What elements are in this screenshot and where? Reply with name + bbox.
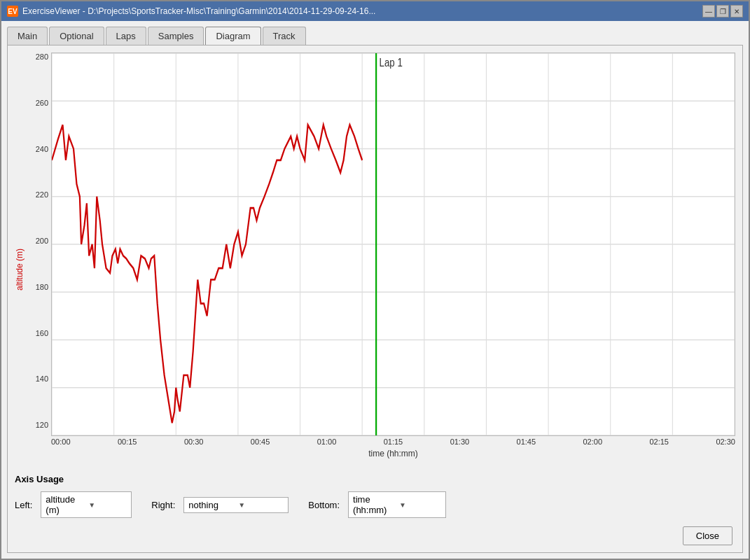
window-controls: — ❐ ✕ [702,5,743,18]
x-tick: 01:00 [317,438,337,446]
svg-text:Lap 1: Lap 1 [380,57,403,69]
axis-usage: Axis Usage Left: altitude (m) ▼ Right: n… [15,470,735,522]
right-axis-select[interactable]: nothing ▼ [183,497,289,513]
x-tick: 01:30 [450,438,470,446]
title-bar-left: EV ExerciseViewer - D:\Projects\SportsTr… [7,6,375,17]
y-tick: 160 [27,329,48,337]
y-tick: 220 [27,190,48,199]
x-tick: 01:45 [517,438,536,446]
close-button[interactable]: Close [683,526,732,545]
tab-optional[interactable]: Optional [49,27,104,45]
y-axis-label: altitude (m) [15,52,25,458]
x-axis-label: time (hh:mm) [368,449,418,458]
right-axis-value: nothing [188,500,234,510]
y-tick: 280 [27,52,48,61]
tab-diagram[interactable]: Diagram [205,27,261,45]
y-ticks: 280 260 240 220 200 180 160 140 120 [27,52,48,458]
tab-bar: Main Optional Laps Samples Diagram Track [7,27,743,45]
bottom-bar: Close [15,522,735,545]
x-tick: 00:00 [51,438,71,446]
y-tick: 240 [27,145,48,153]
left-axis-select[interactable]: altitude (m) ▼ [41,491,132,518]
bottom-axis-label: Bottom: [308,500,340,510]
y-tick: 180 [27,283,48,291]
right-axis-arrow-icon: ▼ [238,501,284,509]
chart-container: altitude (m) 280 260 240 220 200 180 160… [15,52,735,458]
y-tick: 140 [27,374,48,383]
window-content: Main Optional Laps Samples Diagram Track… [1,21,749,559]
main-window: EV ExerciseViewer - D:\Projects\SportsTr… [0,0,750,560]
left-axis-label: Left: [15,500,32,510]
x-axis-area: 00:00 00:15 00:30 00:45 01:00 01:15 01:3… [51,436,735,458]
y-tick: 120 [27,421,48,429]
restore-button[interactable]: ❐ [716,5,729,18]
x-tick: 00:30 [184,438,204,446]
x-tick: 01:15 [384,438,403,446]
chart-svg: Lap 1 [52,53,735,435]
chart-plot-area: Lap 1 [51,52,735,436]
right-axis-label: Right: [151,500,175,510]
left-axis-arrow-icon: ▼ [88,501,127,509]
x-ticks: 00:00 00:15 00:30 00:45 01:00 01:15 01:3… [51,436,735,447]
tab-samples[interactable]: Samples [148,27,204,45]
window-title: ExerciseViewer - D:\Projects\SportsTrack… [22,6,375,16]
bottom-axis-value: time (hh:mm) [353,494,395,515]
content-area: altitude (m) 280 260 240 220 200 180 160… [7,45,743,553]
left-axis-value: altitude (m) [46,494,84,515]
tab-track[interactable]: Track [263,27,306,45]
title-bar: EV ExerciseViewer - D:\Projects\SportsTr… [1,1,749,21]
bottom-axis-arrow-icon: ▼ [399,501,441,509]
bottom-axis-select[interactable]: time (hh:mm) ▼ [348,491,446,518]
x-tick: 02:15 [649,438,669,446]
chart-inner: Lap 1 00:00 [51,52,735,458]
x-tick: 00:15 [118,438,137,446]
y-tick: 260 [27,99,48,107]
app-icon: EV [7,6,18,17]
axis-usage-title: Axis Usage [15,474,735,484]
close-window-button[interactable]: ✕ [730,5,743,18]
axis-controls: Left: altitude (m) ▼ Right: nothing ▼ Bo… [15,491,735,518]
x-tick: 02:00 [583,438,603,446]
tab-main[interactable]: Main [7,27,48,45]
y-tick: 200 [27,237,48,245]
minimize-button[interactable]: — [702,5,715,18]
tab-laps[interactable]: Laps [106,27,146,45]
x-tick: 02:30 [716,438,735,446]
x-tick: 00:45 [251,438,270,446]
